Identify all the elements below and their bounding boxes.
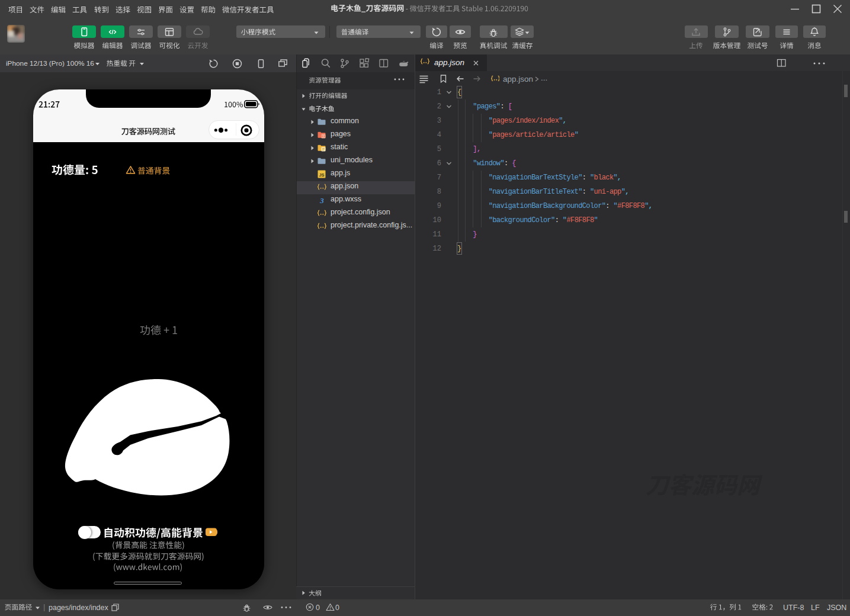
svg-text:3: 3: [319, 196, 324, 205]
svg-text:JS: JS: [319, 172, 324, 178]
